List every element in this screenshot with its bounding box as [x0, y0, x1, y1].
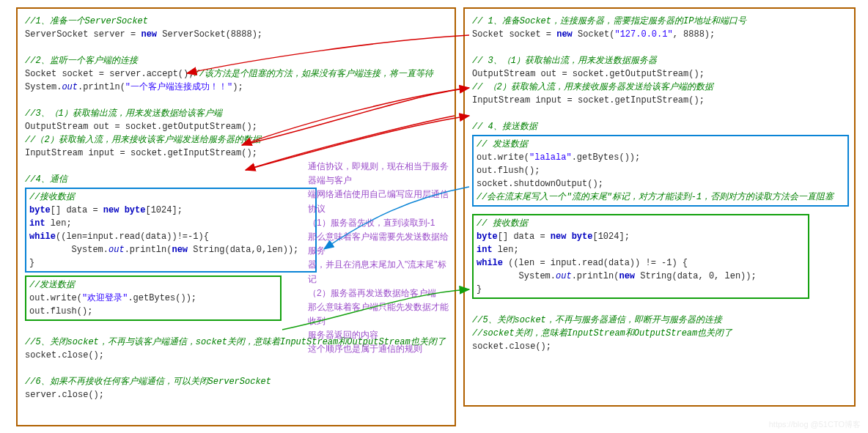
code-line: //（2）获取输入流，用来接收该客户端发送给服务器的数据: [25, 133, 447, 147]
code-line: //6、如果不再接收任何客户端通信，可以关闭ServerSocket: [25, 375, 447, 388]
code-line: OutputStream out = socket.getOutputStrea…: [25, 120, 447, 133]
code-line: // 3、（1）获取输出流，用来发送数据服务器: [472, 54, 847, 67]
client-send-block: // 发送数据 out.write("lalala".getBytes()); …: [472, 135, 849, 207]
client-receive-block: // 接收数据 byte[] data = new byte[1024]; in…: [472, 214, 809, 299]
code-line: Socket socket = server.accept();//该方法是个阻…: [25, 67, 447, 81]
server-receive-block: //接收数据 byte[] data = new byte[1024]; int…: [25, 188, 317, 273]
annotation-protocol: 通信协议，即规则，现在相当于服务器端与客户 端网络通信使用自己编写应用层通信协议…: [308, 160, 455, 357]
code-line: // （2）获取输入流，用来接收服务器发送给该客户端的数据: [472, 81, 847, 94]
code-line: // 1、准备Socket，连接服务器，需要指定服务器的IP地址和端口号: [472, 15, 847, 28]
code-line: //5、关闭socket，不再与服务器通信，即断开与服务器的连接: [472, 314, 847, 327]
code-line: InputStream input = socket.getInputStrea…: [25, 147, 447, 160]
code-line: socket.close();: [472, 340, 847, 353]
code-line: //3、（1）获取输出流，用来发送数据给该客户端: [25, 107, 447, 120]
code-line: // 4、接送数据: [472, 120, 847, 133]
watermark: https://blog @51CTO博客: [769, 418, 861, 431]
client-code-panel: // 1、准备Socket，连接服务器，需要指定服务器的IP地址和端口号 Soc…: [463, 7, 856, 407]
code-line: System.out.println("一个客户端连接成功！！");: [25, 81, 447, 94]
code-line: InputStream input = socket.getInputStrea…: [472, 94, 847, 107]
code-line: //socket关闭，意味着InputStream和OutputStream也关…: [472, 327, 847, 340]
code-line: //1、准备一个ServerSocket: [25, 15, 447, 28]
code-line: server.close();: [25, 388, 447, 401]
code-line: OutputStream out = socket.getOutputStrea…: [472, 67, 847, 81]
code-line: //2、监听一个客户端的连接: [25, 54, 447, 67]
code-line: ServerSocket server = new ServerSocket(8…: [25, 28, 447, 41]
code-line: Socket socket = new Socket("127.0.0.1", …: [472, 28, 847, 41]
server-send-block: //发送数据 out.write("欢迎登录".getBytes()); out…: [25, 275, 282, 321]
